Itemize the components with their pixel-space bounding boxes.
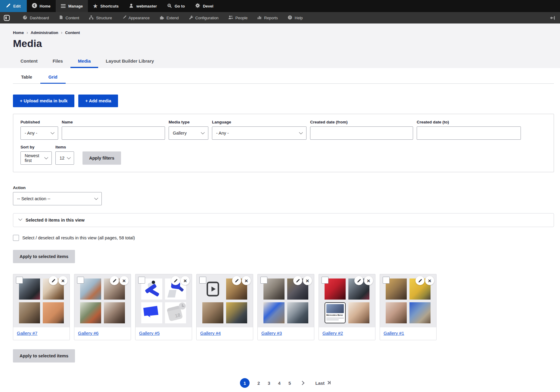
toolbar-collapse-icon[interactable] <box>550 16 555 20</box>
gear-icon <box>195 3 200 9</box>
published-select[interactable]: - Any - <box>20 126 58 140</box>
toolbar-goto-button[interactable]: @ Go to <box>162 0 190 12</box>
menu-item-help[interactable]: ? Help <box>283 12 308 23</box>
gallery-link[interactable]: Gallery #7 <box>17 331 37 336</box>
menu-item-appearance[interactable]: Appearance <box>117 12 154 23</box>
menu-item-dashboard[interactable]: Dashboard <box>18 12 54 23</box>
gallery-link[interactable]: Gallery #1 <box>384 331 404 336</box>
menu-item-extend[interactable]: Extend <box>154 12 183 23</box>
items-select[interactable]: 12 <box>55 151 74 165</box>
name-input[interactable] <box>62 126 165 140</box>
sort-by-select[interactable]: Newest first <box>20 151 52 165</box>
tab-layout-builder-library[interactable]: Layout Builder Library <box>98 55 161 68</box>
svg-text:@: @ <box>168 4 170 6</box>
media-card: ×Gallery #6 <box>74 274 131 340</box>
gallery-link[interactable]: Gallery #2 <box>322 331 343 336</box>
remove-media-button[interactable]: × <box>364 276 373 285</box>
gallery-link[interactable]: Gallery #3 <box>261 331 282 336</box>
action-select[interactable]: -- Select action -- <box>13 192 102 205</box>
tab-table-view[interactable]: Table <box>13 72 40 84</box>
media-item-checkbox[interactable] <box>322 277 328 284</box>
media-item-checkbox[interactable] <box>260 277 267 284</box>
remove-media-button[interactable]: × <box>120 276 129 285</box>
filter-created-to: Created date (to) <box>417 120 521 140</box>
media-item-checkbox[interactable] <box>199 277 206 284</box>
remove-media-button[interactable]: × <box>181 276 190 285</box>
menu-item-structure[interactable]: Structure <box>84 12 117 23</box>
pager-page-5[interactable]: 5 <box>288 381 291 386</box>
apply-to-selected-items-button[interactable]: Apply to selected items <box>13 250 75 263</box>
remove-media-button[interactable]: × <box>303 276 312 285</box>
card-thumbnail-area: × <box>74 274 131 327</box>
edit-media-button[interactable] <box>415 276 425 285</box>
created-date-to-input[interactable] <box>417 126 521 140</box>
menu-item-configuration[interactable]: Configuration <box>184 12 223 23</box>
thumbnail-grid <box>263 278 308 323</box>
apply-to-selected-items-button-bottom[interactable]: Apply to selected items <box>13 349 75 362</box>
thumb-blackboard-pair-photo <box>287 302 308 323</box>
chevron-down-icon <box>18 217 22 221</box>
pager-page-3[interactable]: 3 <box>268 381 270 386</box>
select-all-label[interactable]: Select / deselect all results in this vi… <box>22 235 135 240</box>
breadcrumb-home-link[interactable]: Home <box>13 30 24 35</box>
tab-content[interactable]: Content <box>13 55 45 68</box>
chevron-down-icon <box>44 155 48 159</box>
media-item-checkbox[interactable] <box>77 277 84 284</box>
select-all-checkbox[interactable] <box>13 235 19 241</box>
breadcrumb-separator: › <box>26 30 28 35</box>
toolbar-shortcuts-button[interactable]: ★ Shortcuts <box>88 0 124 12</box>
pager-page-2[interactable]: 2 <box>257 381 260 386</box>
toolbar-manage-button[interactable]: Manage <box>56 0 88 12</box>
gallery-link[interactable]: Gallery #6 <box>78 331 98 336</box>
media-card: ×Gallery #7 <box>13 274 70 340</box>
tab-grid-view[interactable]: Grid <box>40 72 66 84</box>
edit-media-button[interactable] <box>171 276 180 285</box>
menu-item-people[interactable]: People <box>223 12 252 23</box>
apply-filters-button[interactable]: Apply filters <box>82 151 121 165</box>
created-date-from-input[interactable] <box>310 126 413 140</box>
gallery-link[interactable]: Gallery #5 <box>139 331 160 336</box>
breadcrumb-content-link[interactable]: Content <box>65 30 80 35</box>
edit-media-button[interactable] <box>49 276 58 285</box>
pager-last-button[interactable]: Last <box>315 381 331 386</box>
search-at-icon: @ <box>167 3 172 9</box>
tab-media[interactable]: Media <box>70 55 98 68</box>
thumb-pair-with-laptop-photo <box>202 302 223 323</box>
escape-admin-icon[interactable] <box>4 15 10 21</box>
toolbar-devel-button[interactable]: Devel <box>190 0 219 12</box>
edit-media-button[interactable] <box>232 276 241 285</box>
created-from-label: Created date (from) <box>310 120 413 124</box>
breadcrumb-administration-link[interactable]: Administration <box>31 30 58 35</box>
tab-files[interactable]: Files <box>45 55 70 68</box>
language-select[interactable]: - Any - <box>212 126 306 140</box>
remove-media-button[interactable]: × <box>425 276 434 285</box>
sort-by-label: Sort by <box>20 145 52 149</box>
gallery-link[interactable]: Gallery #4 <box>200 331 221 336</box>
menu-item-content[interactable]: Content <box>54 12 84 23</box>
edit-media-button[interactable] <box>110 276 119 285</box>
remove-media-button[interactable]: × <box>242 276 251 285</box>
media-item-checkbox[interactable] <box>138 277 145 284</box>
toolbar-user-button[interactable]: webmaster <box>124 0 162 12</box>
thumbnail-grid <box>202 278 247 323</box>
edit-media-button[interactable] <box>293 276 302 285</box>
card-thumbnail-area: × <box>258 274 314 327</box>
media-item-checkbox[interactable] <box>383 277 390 284</box>
card-thumbnail-area: × <box>13 274 70 327</box>
add-media-button[interactable]: + Add media <box>78 95 118 107</box>
media-type-select[interactable]: Gallery <box>169 126 208 140</box>
pager-page-4[interactable]: 4 <box>278 381 281 386</box>
menu-item-reports[interactable]: Reports <box>252 12 283 23</box>
selected-items-summary[interactable]: Selected 0 items in this view <box>13 213 554 227</box>
remove-media-button[interactable]: × <box>58 276 67 285</box>
pager-page-1-current[interactable]: 1 <box>240 378 250 388</box>
edit-media-button[interactable] <box>354 276 363 285</box>
media-item-checkbox[interactable] <box>16 277 23 284</box>
name-label: Name <box>62 120 165 124</box>
toolbar-home-button[interactable]: Home <box>27 0 56 12</box>
pager-next-button[interactable] <box>301 381 304 384</box>
upload-media-in-bulk-button[interactable]: + Upload media in bulk <box>13 95 74 107</box>
thumbnail-grid: 18 <box>141 278 186 323</box>
toolbar-edit-button[interactable]: Edit <box>0 0 27 12</box>
thumb-illustration-calendar-clock: 18 <box>165 302 186 323</box>
